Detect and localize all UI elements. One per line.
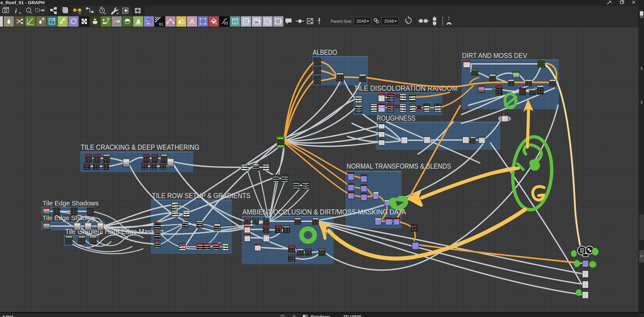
svg-text:01: 01 <box>159 22 163 27</box>
svg-text:ROUGHNESS: ROUGHNESS <box>377 114 416 122</box>
svg-text:DIRT AND MOSS DEV: DIRT AND MOSS DEV <box>462 52 527 60</box>
svg-text:2048: 2048 <box>356 19 366 24</box>
svg-text:TILE DISCOLORATION RANDOM: TILE DISCOLORATION RANDOM <box>354 84 458 92</box>
svg-text:TILE CRACKING & DEEP WEATHERIN: TILE CRACKING & DEEP WEATHERING <box>81 143 199 151</box>
svg-text:3D VIEW: 3D VIEW <box>343 314 361 317</box>
svg-text:Parent Size:: Parent Size: <box>331 19 352 24</box>
svg-text:x: x <box>406 20 408 23</box>
svg-text:APX: APX <box>2 314 14 317</box>
svg-text:e_Roof_01 - GRAPH: e_Roof_01 - GRAPH <box>0 0 45 5</box>
svg-text:NORMAL TRANSFORMS & BLENDS: NORMAL TRANSFORMS & BLENDS <box>346 162 451 170</box>
svg-text:01: 01 <box>224 21 228 25</box>
svg-text:Renderer: Renderer <box>311 314 330 317</box>
svg-text:Tile Edge Shadows: Tile Edge Shadows <box>42 199 98 207</box>
svg-text:ALBEDO: ALBEDO <box>313 48 337 56</box>
svg-text:i: i <box>15 7 17 15</box>
svg-text:A: A <box>190 18 195 25</box>
svg-text:2048: 2048 <box>384 19 394 24</box>
